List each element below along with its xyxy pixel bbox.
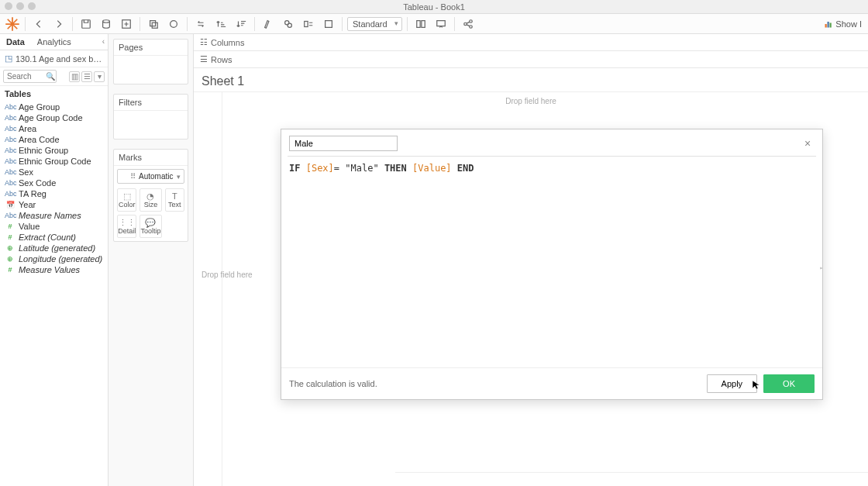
field-area-code[interactable]: AbcArea Code — [2, 134, 106, 145]
ok-button[interactable]: OK — [763, 374, 815, 393]
svg-rect-10 — [436, 20, 445, 26]
rows-shelf[interactable]: ☰Rows — [194, 51, 868, 68]
marks-detail[interactable]: ⋮⋮Detail — [117, 215, 136, 238]
highlight-button[interactable] — [260, 16, 277, 32]
window-title: Tableau - Book1 — [403, 2, 465, 12]
field-sex-code[interactable]: AbcSex Code — [2, 178, 106, 188]
svg-point-1 — [103, 19, 110, 22]
sort-desc-button[interactable] — [232, 16, 250, 32]
tooltip-icon: 💬 — [145, 219, 156, 227]
labels-button[interactable] — [300, 16, 317, 32]
minimize-window-icon[interactable] — [16, 2, 24, 10]
presentation-button[interactable] — [432, 16, 450, 32]
svg-point-11 — [463, 22, 467, 26]
svg-rect-7 — [326, 20, 332, 27]
marks-label: Marks — [114, 150, 188, 166]
filters-label: Filters — [114, 95, 188, 111]
show-cards-button[interactable] — [412, 16, 429, 32]
fit-select[interactable]: Standard — [347, 17, 402, 31]
close-window-icon[interactable] — [5, 2, 12, 10]
forward-button[interactable] — [50, 16, 67, 32]
number-icon: # — [5, 266, 16, 274]
field-value[interactable]: #Value — [2, 221, 106, 232]
sheet-title[interactable]: Sheet 1 — [194, 68, 868, 91]
new-data-button[interactable] — [98, 16, 115, 32]
svg-rect-3 — [150, 20, 156, 26]
field-ethnic-group-code[interactable]: AbcEthnic Group Code — [2, 156, 106, 167]
field-extract-count[interactable]: #Extract (Count) — [2, 232, 106, 243]
calc-formula-editor[interactable]: IF [Sex]= "Male" THEN [Value] END ▸ — [281, 157, 822, 367]
automatic-icon: ⠿ — [130, 172, 136, 181]
calc-status: The calculation is valid. — [289, 379, 377, 388]
tab-analytics[interactable]: Analytics — [31, 34, 78, 50]
toolbar: Standard Show I — [0, 14, 868, 34]
rows-icon: ☰ — [200, 54, 208, 64]
apply-button[interactable]: Apply — [707, 374, 758, 393]
abc-icon: Abc — [5, 103, 16, 111]
columns-shelf[interactable]: ☷Columns — [194, 34, 868, 51]
field-age-group-code[interactable]: AbcAge Group Code — [2, 112, 106, 123]
svg-point-12 — [469, 19, 472, 22]
svg-point-5 — [170, 20, 177, 27]
field-ethnic-group[interactable]: AbcEthnic Group — [2, 145, 106, 156]
tables-header: Tables — [0, 86, 108, 102]
field-area[interactable]: AbcArea — [2, 123, 106, 134]
show-me-button[interactable]: Show I — [822, 16, 863, 32]
field-age-group[interactable]: AbcAge Group — [2, 102, 106, 112]
collapse-pane-icon[interactable]: ‹ — [99, 34, 108, 50]
status-strip — [395, 472, 868, 483]
abc-icon: Abc — [5, 168, 16, 176]
globe-icon: ⊕ — [5, 244, 16, 252]
calendar-icon: 📅 — [5, 201, 16, 209]
filter-fields-icon[interactable]: ▥ — [69, 71, 80, 82]
svg-rect-0 — [82, 19, 91, 28]
number-icon: # — [5, 222, 16, 230]
color-icon: ⬚ — [123, 192, 131, 201]
clear-button[interactable] — [165, 16, 182, 32]
duplicate-button[interactable] — [145, 16, 162, 32]
abc-icon: Abc — [5, 125, 16, 133]
field-measure-values[interactable]: #Measure Values — [2, 264, 106, 275]
cursor-icon — [752, 380, 761, 389]
abc-icon: Abc — [5, 179, 16, 187]
field-sex[interactable]: AbcSex — [2, 167, 106, 178]
save-button[interactable] — [78, 16, 95, 32]
svg-rect-14 — [825, 24, 827, 28]
calc-name-input[interactable] — [289, 136, 398, 151]
titlebar: Tableau - Book1 — [0, 0, 868, 14]
pin-button[interactable] — [320, 16, 337, 32]
tab-data[interactable]: Data — [0, 34, 31, 50]
pages-shelf[interactable]: Pages — [113, 39, 188, 84]
svg-point-13 — [469, 25, 472, 28]
datasource-label: 130.1 Age and sex by eth... — [16, 54, 103, 64]
detail-icon: ⋮⋮ — [119, 219, 136, 227]
swap-button[interactable] — [192, 16, 209, 32]
pages-label: Pages — [114, 40, 188, 56]
field-longitude[interactable]: ⊕Longitude (generated) — [2, 253, 106, 264]
fields-menu-icon[interactable]: ▾ — [94, 71, 105, 82]
field-latitude[interactable]: ⊕Latitude (generated) — [2, 243, 106, 253]
marks-tooltip[interactable]: 💬Tooltip — [140, 215, 161, 238]
filters-shelf[interactable]: Filters — [113, 94, 188, 140]
view-fields-icon[interactable]: ☰ — [81, 71, 92, 82]
back-button[interactable] — [30, 16, 47, 32]
marks-type-select[interactable]: ⠿ Automatic — [117, 169, 184, 184]
expand-handle-icon[interactable]: ▸ — [819, 262, 824, 273]
tableau-logo-icon[interactable] — [5, 16, 20, 32]
sort-asc-button[interactable] — [212, 16, 229, 32]
marks-color[interactable]: ⬚Color — [117, 188, 136, 212]
marks-size[interactable]: ◔Size — [140, 188, 161, 212]
share-button[interactable] — [460, 16, 477, 32]
field-ta-reg[interactable]: AbcTA Reg — [2, 188, 106, 199]
field-year[interactable]: 📅Year — [2, 199, 106, 210]
marks-text[interactable]: TText — [165, 188, 185, 212]
new-worksheet-button[interactable] — [118, 16, 135, 32]
group-button[interactable] — [280, 16, 297, 32]
datasource-item[interactable]: ◳ 130.1 Age and sex by eth... — [0, 50, 108, 67]
svg-rect-8 — [416, 20, 419, 27]
zoom-window-icon[interactable] — [28, 2, 36, 10]
field-measure-names[interactable]: AbcMeasure Names — [2, 210, 106, 221]
close-icon[interactable]: × — [801, 136, 815, 150]
window-controls[interactable] — [5, 2, 36, 10]
abc-icon: Abc — [5, 212, 16, 219]
